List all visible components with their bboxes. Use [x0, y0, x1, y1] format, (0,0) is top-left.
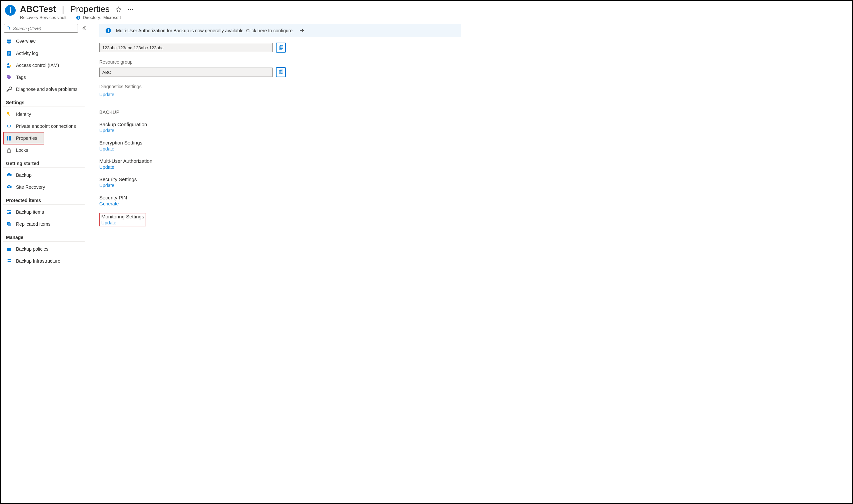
svg-point-35 [7, 261, 8, 262]
svg-rect-23 [7, 150, 11, 152]
svg-rect-28 [8, 223, 11, 226]
generate-link[interactable]: Generate [99, 201, 461, 206]
replicated-icon [6, 221, 12, 227]
page-title: Properties [70, 4, 110, 14]
update-link[interactable]: Update [99, 164, 461, 170]
sidebar-item-label: Backup policies [16, 246, 48, 252]
sidebar-item-site-recovery[interactable]: Site Recovery [3, 181, 85, 193]
svg-rect-31 [7, 249, 8, 249]
divider [71, 15, 71, 20]
svg-point-34 [7, 259, 8, 260]
sidebar-item-identity[interactable]: Identity [3, 108, 85, 120]
sidebar-item-label: Overview [16, 39, 35, 44]
endpoint-icon [6, 123, 12, 129]
more-actions-icon[interactable]: ⋯ [128, 6, 134, 12]
resource-name: ABCTest [20, 4, 56, 14]
info-banner[interactable]: Multi-User Authorization for Backup is n… [99, 24, 461, 37]
info-icon [105, 28, 111, 34]
sidebar-item-private-endpoint[interactable]: Private endpoint connections [3, 120, 85, 132]
resource-group-row [99, 67, 461, 77]
svg-point-15 [7, 63, 9, 65]
diagnostics-update-link[interactable]: Update [99, 92, 461, 97]
setting-multi-user-authorization: Multi-User Authorization Update [99, 158, 461, 170]
copy-subscription-id-button[interactable] [276, 42, 286, 53]
iam-icon [6, 62, 12, 68]
favorite-star-icon[interactable] [116, 6, 122, 12]
svg-rect-26 [7, 212, 9, 213]
update-link[interactable]: Update [99, 183, 461, 188]
sidebar-item-access-control[interactable]: Access control (IAM) [3, 59, 85, 71]
svg-rect-5 [78, 17, 79, 19]
setting-security-settings: Security Settings Update [99, 176, 461, 188]
sidebar-item-backup-policies[interactable]: Backup policies [3, 243, 85, 255]
sidebar-item-locks[interactable]: Locks [3, 144, 85, 156]
sidebar-item-activity-log[interactable]: Activity log [3, 47, 85, 59]
subscription-id-row [99, 42, 461, 53]
svg-rect-2 [10, 9, 11, 13]
subscription-id-input[interactable] [99, 43, 273, 52]
properties-icon [6, 135, 12, 141]
section-divider [99, 104, 283, 104]
setting-title: Security Settings [99, 176, 461, 182]
sidebar-nav[interactable]: Overview Activity log Access control (IA… [3, 35, 87, 276]
resource-type-icon [5, 5, 16, 16]
sidebar-item-properties[interactable]: Properties [3, 132, 44, 144]
lock-icon [6, 147, 12, 153]
svg-point-17 [8, 76, 8, 77]
sidebar-item-overview[interactable]: Overview [3, 35, 85, 47]
setting-title: Multi-User Authorization [99, 158, 461, 164]
svg-rect-19 [8, 114, 10, 116]
svg-rect-37 [108, 29, 109, 30]
update-link[interactable]: Update [101, 220, 144, 226]
svg-point-16 [10, 65, 11, 67]
setting-title: Encryption Settings [99, 140, 461, 145]
copy-resource-group-button[interactable] [276, 67, 286, 77]
svg-rect-20 [7, 136, 8, 141]
setting-title: Security PIN [99, 195, 461, 200]
sidebar-item-label: Site Recovery [16, 184, 45, 190]
directory-info[interactable]: Directory: Microsoft [76, 15, 121, 20]
cloud-up-icon [6, 172, 12, 178]
log-icon [6, 50, 12, 56]
svg-rect-22 [10, 136, 11, 141]
sidebar-item-label: Diagnose and solve problems [16, 87, 77, 92]
sidebar-item-replicated-items[interactable]: Replicated items [3, 218, 85, 230]
sidebar-item-backup[interactable]: Backup [3, 169, 85, 181]
diagnostics-label: Diagnostics Settings [99, 84, 461, 89]
resource-group-input[interactable] [99, 68, 273, 77]
sidebar-item-label: Backup items [16, 210, 44, 215]
sidebar-item-label: Private endpoint connections [16, 124, 76, 129]
svg-rect-21 [8, 136, 10, 141]
resource-type-label: Recovery Services vault [20, 15, 66, 20]
sidebar-section-settings: Settings [3, 95, 85, 107]
sidebar-section-manage: Manage [3, 230, 85, 242]
svg-rect-4 [78, 16, 79, 17]
svg-line-7 [9, 29, 11, 30]
update-link[interactable]: Update [99, 128, 461, 133]
sidebar-item-label: Identity [16, 111, 31, 117]
banner-text: Multi-User Authorization for Backup is n… [116, 28, 294, 33]
banner-arrow-icon[interactable] [298, 27, 305, 34]
sidebar-search[interactable] [4, 24, 78, 33]
sidebar-item-label: Properties [16, 136, 37, 141]
page-header: ABCTest | Properties ⋯ Recovery Services… [1, 1, 465, 22]
setting-monitoring-settings: Monitoring Settings Update [99, 213, 146, 226]
collapse-sidebar-icon[interactable] [81, 25, 87, 31]
setting-title: Backup Configuration [99, 122, 461, 127]
sidebar-item-backup-items[interactable]: Backup items [3, 206, 85, 218]
sidebar-item-label: Replicated items [16, 221, 51, 227]
sidebar-item-label: Access control (IAM) [16, 62, 59, 68]
update-link[interactable]: Update [99, 146, 461, 151]
wrench-icon [6, 86, 12, 92]
sidebar-item-label: Backup Infrastructure [16, 258, 60, 264]
policies-icon [6, 246, 12, 252]
main-content: Multi-User Authorization for Backup is n… [90, 22, 465, 276]
backup-items-icon [6, 209, 12, 215]
sidebar-item-tags[interactable]: Tags [3, 71, 85, 83]
globe-icon [6, 38, 12, 44]
svg-rect-25 [7, 211, 11, 212]
search-input[interactable] [13, 26, 76, 31]
sidebar-item-diagnose[interactable]: Diagnose and solve problems [3, 83, 85, 95]
sidebar-item-backup-infrastructure[interactable]: Backup Infrastructure [3, 255, 85, 267]
sidebar-item-label: Tags [16, 75, 26, 80]
